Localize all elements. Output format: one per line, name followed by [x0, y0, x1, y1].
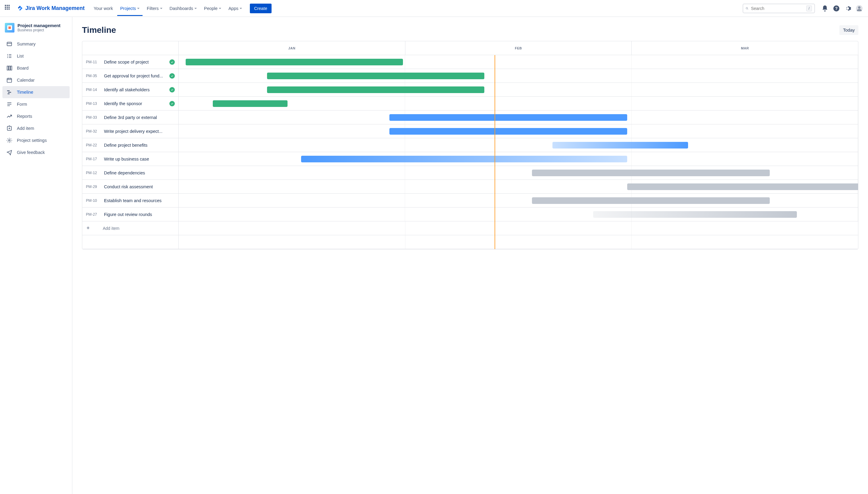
sidebar-item-project-settings[interactable]: Project settings [2, 134, 70, 146]
add-item-row[interactable]: +Add item [82, 222, 858, 235]
task-id[interactable]: PM-12 [86, 171, 100, 175]
app-switcher-icon[interactable] [5, 5, 12, 12]
gantt-bar[interactable] [267, 73, 484, 79]
timeline-row[interactable]: PM-10Establish team and resources [82, 194, 858, 208]
sidebar-item-reports[interactable]: Reports [2, 110, 70, 122]
sidebar-item-form[interactable]: Form [2, 98, 70, 110]
task-id[interactable]: PM-10 [86, 198, 100, 203]
product-logo[interactable]: Jira Work Management [17, 5, 85, 12]
svg-point-9 [7, 54, 8, 55]
gantt-bar[interactable] [389, 114, 627, 121]
sidebar-item-timeline[interactable]: Timeline [2, 86, 70, 98]
task-cell: PM-33Define 3rd party or external [82, 111, 179, 124]
help-icon[interactable]: ? [832, 4, 840, 12]
sidebar-item-add-item[interactable]: Add item [2, 122, 70, 134]
task-name[interactable]: Define 3rd party or external [104, 115, 175, 120]
today-button[interactable]: Today [839, 25, 858, 35]
timeline-row[interactable]: PM-29Conduct risk assessment [82, 180, 858, 194]
task-id[interactable]: PM-13 [86, 101, 100, 106]
gantt-bar[interactable] [213, 100, 288, 107]
sidebar-item-list[interactable]: List [2, 50, 70, 62]
timeline-grid: JANFEBMAR PM-11Define scope of projectPM… [82, 41, 858, 249]
bar-cell [179, 83, 858, 96]
task-name[interactable]: Get approval for project fund... [104, 74, 165, 78]
svg-line-1 [747, 9, 748, 10]
svg-rect-7 [7, 42, 12, 46]
nav-item-people[interactable]: People [201, 4, 224, 13]
task-id[interactable]: PM-35 [86, 74, 100, 78]
task-name[interactable]: Identify all stakeholders [104, 87, 165, 92]
bar-cell [179, 138, 858, 152]
timeline-row[interactable]: PM-32Write project delivery expect... [82, 125, 858, 138]
timeline-row[interactable]: PM-27Figure out review rounds [82, 208, 858, 222]
nav-item-your-work[interactable]: Your work [91, 4, 116, 13]
task-name[interactable]: Define dependencies [104, 170, 175, 175]
timeline-row[interactable]: PM-11Define scope of project [82, 55, 858, 69]
task-name[interactable]: Write project delivery expect... [104, 129, 175, 134]
gantt-bar[interactable] [532, 197, 770, 204]
nav-item-apps[interactable]: Apps [225, 4, 245, 13]
task-name[interactable]: Define scope of project [104, 60, 165, 64]
main-content: Timeline Today JANFEBMAR PM-11Define sco… [72, 17, 868, 494]
create-button[interactable]: Create [250, 4, 272, 13]
task-cell: PM-12Define dependencies [82, 166, 179, 179]
feedback-icon [6, 149, 13, 156]
task-name[interactable]: Conduct risk assessment [104, 184, 175, 189]
task-name[interactable]: Identify the sponsor [104, 101, 165, 106]
sidebar-item-summary[interactable]: Summary [2, 38, 70, 50]
gantt-bar[interactable] [267, 87, 484, 93]
gantt-bar[interactable] [552, 142, 688, 149]
project-header[interactable]: Project management Business project [2, 23, 70, 38]
project-name: Project management [17, 23, 60, 28]
nav-item-label: Projects [120, 6, 136, 11]
sidebar-item-give-feedback[interactable]: Give feedback [2, 146, 70, 158]
task-cell: PM-29Conduct risk assessment [82, 180, 179, 193]
svg-point-6 [858, 6, 861, 9]
task-id[interactable]: PM-29 [86, 185, 100, 189]
task-id[interactable]: PM-11 [86, 60, 100, 64]
timeline-row[interactable]: PM-17Write up business case [82, 152, 858, 166]
project-icon [5, 23, 15, 33]
sidebar-item-calendar[interactable]: Calendar [2, 74, 70, 86]
task-name[interactable]: Define project benefits [104, 143, 175, 148]
task-id[interactable]: PM-27 [86, 212, 100, 216]
task-id[interactable]: PM-14 [86, 88, 100, 92]
done-status-icon [169, 59, 175, 65]
timeline-row[interactable]: PM-12Define dependencies [82, 166, 858, 180]
gantt-bar[interactable] [593, 211, 797, 218]
gantt-bar[interactable] [532, 170, 770, 176]
timeline-row[interactable]: PM-33Define 3rd party or external [82, 111, 858, 125]
notifications-icon[interactable] [821, 4, 829, 12]
gantt-bar[interactable] [301, 156, 627, 163]
task-name[interactable]: Establish team and resources [104, 198, 175, 203]
nav-item-projects[interactable]: Projects [117, 1, 143, 16]
task-name[interactable]: Figure out review rounds [104, 212, 175, 217]
nav-item-label: Your work [94, 6, 113, 11]
timeline-row[interactable]: PM-22Define project benefits [82, 138, 858, 152]
task-id[interactable]: PM-32 [86, 129, 100, 133]
timeline-row[interactable]: PM-35Get approval for project fund... [82, 69, 858, 83]
settings-icon[interactable] [844, 4, 852, 12]
sidebar-item-label: Reports [17, 114, 32, 119]
gantt-bar[interactable] [627, 184, 858, 190]
settings-icon [6, 137, 13, 144]
list-icon [6, 53, 13, 59]
task-id[interactable]: PM-33 [86, 115, 100, 119]
gantt-bar[interactable] [186, 59, 403, 65]
search-input-container[interactable]: / [743, 4, 815, 13]
task-cell: PM-22Define project benefits [82, 138, 179, 152]
task-id[interactable]: PM-22 [86, 143, 100, 147]
search-input[interactable] [751, 6, 804, 11]
task-name[interactable]: Write up business case [104, 157, 175, 162]
task-cell: PM-14Identify all stakeholders [82, 83, 179, 96]
nav-item-filters[interactable]: Filters [144, 4, 165, 13]
profile-avatar[interactable] [855, 4, 863, 12]
nav-item-dashboards[interactable]: Dashboards [167, 4, 200, 13]
timeline-row[interactable]: PM-14Identify all stakeholders [82, 83, 858, 97]
timeline-row[interactable]: PM-13Identify the sponsor [82, 97, 858, 111]
task-id[interactable]: PM-17 [86, 157, 100, 161]
gantt-bar[interactable] [389, 128, 627, 135]
plus-icon: + [86, 225, 100, 231]
svg-point-4 [847, 7, 849, 10]
sidebar-item-board[interactable]: Board [2, 62, 70, 74]
